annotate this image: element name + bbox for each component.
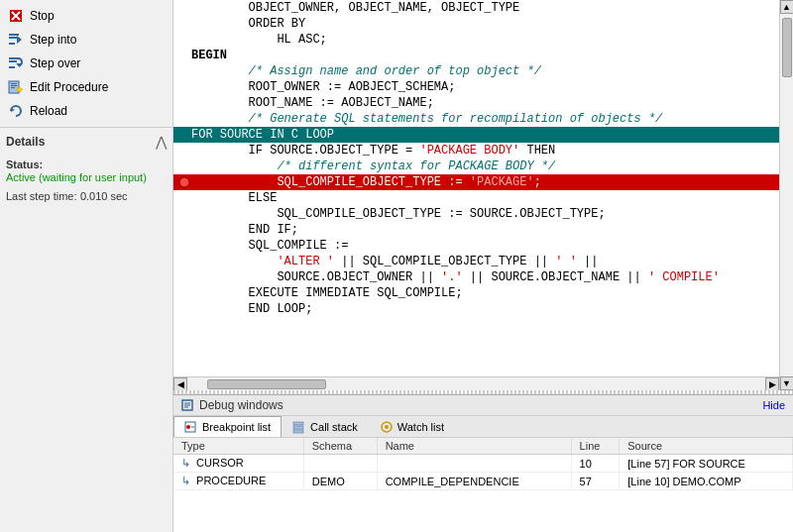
tab-watch-list-label: Watch list (397, 421, 444, 433)
svg-rect-13 (11, 85, 17, 86)
svg-rect-3 (9, 34, 19, 36)
tab-call-stack[interactable]: Call stack (282, 416, 369, 437)
code-line: SQL_COMPILE := (173, 238, 779, 254)
table-header-row: Type Schema Name Line Source (173, 438, 793, 455)
lasttime-label: Last step time: (6, 190, 77, 202)
code-content[interactable]: OBJECT_OWNER, OBJECT_NAME, OBJECT_TYPE O… (173, 0, 779, 376)
step-over-button[interactable]: Step over (0, 52, 172, 75)
svg-marker-16 (11, 108, 15, 112)
scroll-thumb[interactable] (207, 379, 326, 389)
tab-call-stack-label: Call stack (310, 421, 358, 433)
editproc-icon (8, 79, 24, 95)
scroll-right-btn[interactable]: ▶ (765, 377, 779, 391)
breakpoint-dot (178, 176, 190, 188)
details-header: Details ⋀ (6, 134, 167, 150)
col-type: Type (173, 438, 303, 455)
col-schema: Schema (303, 438, 377, 455)
call-stack-icon (292, 420, 306, 434)
main-content: OBJECT_OWNER, OBJECT_NAME, OBJECT_TYPE O… (173, 0, 793, 532)
svg-rect-10 (9, 66, 15, 68)
row1-name (377, 455, 571, 473)
stepinto-label: Step into (30, 33, 76, 47)
lasttime-value: 0.010 sec (80, 190, 128, 202)
code-line: EXECUTE IMMEDIATE SQL_COMPILE; (173, 285, 779, 301)
code-line: ROOT_OWNER := AOBJECT_SCHEMA; (173, 79, 779, 95)
svg-point-17 (179, 177, 189, 187)
status-label: Status: (6, 159, 43, 170)
tab-breakpoint-list[interactable]: Breakpoint list (173, 416, 282, 437)
details-panel: Details ⋀ Status: Active (waiting for us… (0, 128, 172, 209)
row1-schema (303, 455, 377, 473)
code-line: SQL_COMPILE_OBJECT_TYPE := SOURCE.OBJECT… (173, 206, 779, 222)
code-line: HL ASC; (173, 32, 779, 48)
row2-schema: DEMO (303, 473, 377, 490)
row2-source: [Line 10] DEMO.COMP (620, 473, 793, 490)
debug-table: Type Schema Name Line Source ↳ CURSOR (173, 438, 793, 490)
stop-label: Stop (30, 9, 55, 23)
step-into-button[interactable]: Step into (0, 28, 172, 52)
reload-icon (8, 103, 24, 119)
code-line: SOURCE.OBJECT_OWNER || '.' || SOURCE.OBJ… (173, 269, 779, 285)
debug-hide-button[interactable]: Hide (762, 399, 785, 411)
table-row[interactable]: ↳ PROCEDURE DEMO COMPILE_DEPENDENCIE 57 … (173, 473, 793, 490)
col-line: Line (571, 438, 620, 455)
tab-breakpoint-list-label: Breakpoint list (202, 421, 271, 433)
debug-icon (181, 398, 195, 412)
code-line: /* Assign name and order of top object *… (173, 63, 779, 79)
status-row: Status: Active (waiting for user input) (6, 158, 167, 183)
vertical-scrollbar[interactable]: ▲ ▼ (779, 0, 793, 390)
code-line: /* Generate SQL statements for recompila… (173, 111, 779, 127)
debug-windows: Debug windows Hide Breakpoint list Ca (173, 394, 793, 532)
scroll-down-btn[interactable]: ▼ (780, 376, 794, 390)
debug-tabs: Breakpoint list Call stack Watch list (173, 416, 793, 438)
row2-line: 57 (571, 473, 620, 490)
details-title: Details (6, 135, 45, 149)
svg-marker-5 (17, 36, 22, 44)
svg-rect-25 (293, 422, 303, 425)
debug-table-container: Type Schema Name Line Source ↳ CURSOR (173, 438, 793, 532)
code-editor-wrapper: OBJECT_OWNER, OBJECT_NAME, OBJECT_TYPE O… (173, 0, 793, 390)
row2-type: ↳ PROCEDURE (173, 473, 303, 490)
stepinto-icon (8, 32, 24, 48)
vscroll-thumb[interactable] (782, 18, 792, 77)
col-source: Source (620, 438, 793, 455)
code-editor[interactable]: OBJECT_OWNER, OBJECT_NAME, OBJECT_TYPE O… (173, 0, 779, 376)
row1-type: ↳ CURSOR (173, 455, 303, 473)
code-line: ROOT_NAME := AOBJECT_NAME; (173, 95, 779, 111)
code-line: /* different syntax for PACKAGE BODY */ (173, 159, 779, 174)
svg-rect-7 (9, 57, 19, 59)
code-main: OBJECT_OWNER, OBJECT_NAME, OBJECT_TYPE O… (173, 0, 779, 390)
svg-rect-4 (9, 37, 17, 39)
svg-rect-12 (11, 83, 17, 84)
col-name: Name (377, 438, 571, 455)
debug-windows-title: Debug windows (181, 398, 283, 412)
code-line: BEGIN (173, 48, 779, 63)
editproc-label: Edit Procedure (30, 80, 108, 94)
svg-point-29 (385, 425, 389, 429)
sidebar-actions: Stop Step into (0, 0, 172, 128)
status-value: Active (waiting for user input) (6, 171, 167, 183)
stepover-icon (8, 55, 24, 71)
code-line-breakpoint: SQL_COMPILE_OBJECT_TYPE := 'PACKAGE'; (173, 174, 779, 190)
code-line: 'ALTER ' || SQL_COMPILE_OBJECT_TYPE || '… (173, 254, 779, 269)
code-line: IF SOURCE.OBJECT_TYPE = 'PACKAGE BODY' T… (173, 143, 779, 159)
table-row[interactable]: ↳ CURSOR 10 [Line 57] FOR SOURCE (173, 455, 793, 473)
code-line: ELSE (173, 190, 779, 206)
scroll-left-btn[interactable]: ◀ (173, 377, 187, 391)
svg-rect-26 (293, 426, 303, 429)
sidebar: Stop Step into (0, 0, 173, 532)
details-collapse-button[interactable]: ⋀ (156, 134, 167, 150)
stepover-label: Step over (30, 56, 80, 70)
row1-line: 10 (571, 455, 620, 473)
svg-rect-27 (293, 430, 303, 433)
stop-button[interactable]: Stop (0, 4, 172, 28)
row2-name: COMPILE_DEPENDENCIE (377, 473, 571, 490)
horizontal-scrollbar[interactable]: ◀ ▶ (173, 376, 779, 390)
tab-watch-list[interactable]: Watch list (369, 416, 455, 437)
svg-point-23 (186, 425, 190, 429)
reload-button[interactable]: Reload (0, 99, 172, 123)
scroll-up-btn[interactable]: ▲ (780, 0, 794, 14)
debug-title: Debug windows (199, 398, 283, 412)
edit-procedure-button[interactable]: Edit Procedure (0, 75, 172, 99)
code-line: END LOOP; (173, 301, 779, 317)
